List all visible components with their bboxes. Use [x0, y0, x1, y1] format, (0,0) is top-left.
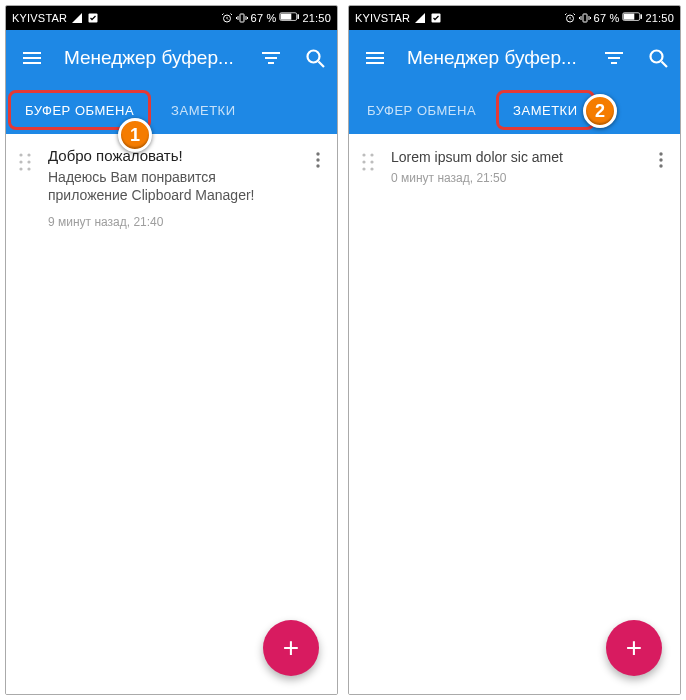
svg-rect-2 — [240, 14, 244, 22]
clock-label: 21:50 — [645, 12, 674, 24]
item-timestamp: 9 минут назад, 21:40 — [48, 215, 295, 229]
menu-icon[interactable] — [363, 46, 387, 70]
fab-add-button[interactable]: + — [263, 620, 319, 676]
svg-point-9 — [19, 160, 22, 163]
vibrate-icon — [579, 12, 591, 24]
tab-notes[interactable]: ЗАМЕТКИ — [153, 86, 253, 134]
svg-point-29 — [659, 152, 662, 155]
svg-point-15 — [316, 164, 319, 167]
svg-point-26 — [370, 160, 373, 163]
svg-rect-18 — [583, 14, 587, 22]
screenshot-right: KYIVSTAR 67 % 21:50 Менеджер б — [348, 5, 681, 695]
sort-icon[interactable] — [602, 46, 626, 70]
callout-badge: 1 — [118, 118, 152, 152]
app-bar: Менеджер буфер... — [6, 30, 337, 86]
svg-point-27 — [362, 167, 365, 170]
svg-point-11 — [19, 167, 22, 170]
svg-point-31 — [659, 164, 662, 167]
callout-badge: 2 — [583, 94, 617, 128]
svg-point-10 — [27, 160, 30, 163]
svg-point-28 — [370, 167, 373, 170]
item-title: Lorem ipsum dolor sic amet — [391, 148, 638, 167]
svg-point-30 — [659, 158, 662, 161]
list-item[interactable]: Lorem ipsum dolor sic amet 0 минут назад… — [349, 134, 680, 195]
tab-bar: БУФЕР ОБМЕНА ЗАМЕТКИ 1 — [6, 86, 337, 134]
svg-rect-21 — [624, 14, 635, 20]
svg-rect-4 — [298, 14, 300, 19]
svg-point-24 — [370, 153, 373, 156]
battery-icon — [279, 12, 299, 24]
fab-add-button[interactable]: + — [606, 620, 662, 676]
alarm-icon — [564, 12, 576, 24]
app-title: Менеджер буфер... — [64, 47, 239, 69]
battery-icon — [622, 12, 642, 24]
clock-label: 21:50 — [302, 12, 331, 24]
app-title: Менеджер буфер... — [407, 47, 582, 69]
alarm-icon — [221, 12, 233, 24]
signal-icon — [414, 12, 426, 24]
svg-point-22 — [651, 51, 663, 63]
screenshot-left: KYIVSTAR 67 % 21:50 Менеджер б — [5, 5, 338, 695]
svg-point-12 — [27, 167, 30, 170]
signal-icon — [71, 12, 83, 24]
more-icon[interactable] — [652, 146, 670, 168]
sort-icon[interactable] — [259, 46, 283, 70]
item-timestamp: 0 минут назад, 21:50 — [391, 171, 638, 185]
svg-point-14 — [316, 158, 319, 161]
search-icon[interactable] — [646, 46, 670, 70]
carrier-label: KYIVSTAR — [12, 12, 67, 24]
item-text: Надеюсь Вам понравится приложение Clipbo… — [48, 168, 295, 206]
svg-point-6 — [308, 51, 320, 63]
more-icon[interactable] — [309, 146, 327, 168]
vibrate-icon — [236, 12, 248, 24]
svg-rect-20 — [641, 14, 643, 19]
carrier-label: KYIVSTAR — [355, 12, 410, 24]
checkbox-icon — [430, 12, 442, 24]
svg-rect-5 — [281, 14, 292, 20]
svg-point-7 — [19, 153, 22, 156]
menu-icon[interactable] — [20, 46, 44, 70]
svg-point-13 — [316, 152, 319, 155]
tab-bar: БУФЕР ОБМЕНА ЗАМЕТКИ 2 — [349, 86, 680, 134]
battery-percent: 67 % — [251, 12, 277, 24]
list-item[interactable]: Добро пожаловать! Надеюсь Вам понравится… — [6, 134, 337, 239]
content-area: Добро пожаловать! Надеюсь Вам понравится… — [6, 134, 337, 694]
status-bar: KYIVSTAR 67 % 21:50 — [6, 6, 337, 30]
svg-point-8 — [27, 153, 30, 156]
status-bar: KYIVSTAR 67 % 21:50 — [349, 6, 680, 30]
item-title: Добро пожаловать! — [48, 146, 295, 166]
app-bar: Менеджер буфер... — [349, 30, 680, 86]
tab-notes[interactable]: ЗАМЕТКИ — [496, 90, 594, 130]
drag-handle-icon[interactable] — [16, 146, 34, 172]
drag-handle-icon[interactable] — [359, 146, 377, 172]
content-area: Lorem ipsum dolor sic amet 0 минут назад… — [349, 134, 680, 694]
tab-clipboard[interactable]: БУФЕР ОБМЕНА — [349, 86, 494, 134]
search-icon[interactable] — [303, 46, 327, 70]
svg-point-25 — [362, 160, 365, 163]
svg-point-23 — [362, 153, 365, 156]
checkbox-icon — [87, 12, 99, 24]
battery-percent: 67 % — [594, 12, 620, 24]
